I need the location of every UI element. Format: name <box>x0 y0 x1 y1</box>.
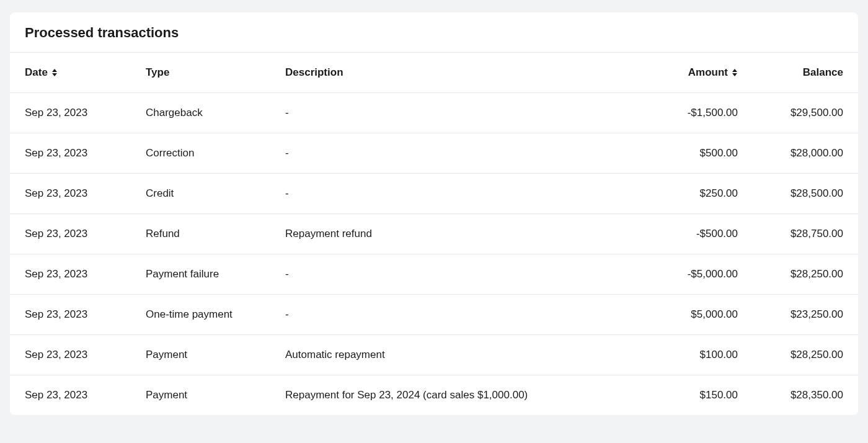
cell-type: Payment <box>131 375 270 416</box>
card-title: Processed transactions <box>25 25 843 41</box>
cell-amount: $250.00 <box>635 174 753 214</box>
cell-date: Sep 23, 2023 <box>10 93 131 133</box>
cell-balance: $28,750.00 <box>753 214 858 254</box>
cell-type: Correction <box>131 133 270 174</box>
cell-date: Sep 23, 2023 <box>10 335 131 375</box>
cell-date: Sep 23, 2023 <box>10 174 131 214</box>
cell-description: Repayment refund <box>270 214 635 254</box>
cell-amount: $150.00 <box>635 375 753 416</box>
table-row[interactable]: Sep 23, 2023One-time payment-$5,000.00$2… <box>10 295 858 335</box>
cell-balance: $23,250.00 <box>753 295 858 335</box>
cell-description: Repayment for Sep 23, 2024 (card sales $… <box>270 375 635 416</box>
table-row[interactable]: Sep 23, 2023Correction-$500.00$28,000.00 <box>10 133 858 174</box>
cell-date: Sep 23, 2023 <box>10 133 131 174</box>
cell-date: Sep 23, 2023 <box>10 214 131 254</box>
table-header-row: Date Type Description Amount <box>10 53 858 93</box>
cell-description: Automatic repayment <box>270 335 635 375</box>
cell-description: - <box>270 295 635 335</box>
cell-amount: $5,000.00 <box>635 295 753 335</box>
column-header-date-label: Date <box>25 66 48 79</box>
transactions-table: Date Type Description Amount <box>10 52 858 415</box>
cell-balance: $28,500.00 <box>753 174 858 214</box>
cell-description: - <box>270 254 635 295</box>
sort-icon <box>732 69 738 76</box>
cell-balance: $28,000.00 <box>753 133 858 174</box>
cell-date: Sep 23, 2023 <box>10 295 131 335</box>
table-body: Sep 23, 2023Chargeback--$1,500.00$29,500… <box>10 93 858 416</box>
table-row[interactable]: Sep 23, 2023RefundRepayment refund-$500.… <box>10 214 858 254</box>
cell-description: - <box>270 93 635 133</box>
column-header-type-label: Type <box>146 66 169 78</box>
cell-type: Payment failure <box>131 254 270 295</box>
cell-description: - <box>270 174 635 214</box>
cell-type: Chargeback <box>131 93 270 133</box>
column-header-amount[interactable]: Amount <box>635 53 753 93</box>
cell-amount: -$1,500.00 <box>635 93 753 133</box>
column-header-date[interactable]: Date <box>10 53 131 93</box>
table-row[interactable]: Sep 23, 2023Chargeback--$1,500.00$29,500… <box>10 93 858 133</box>
table-row[interactable]: Sep 23, 2023Payment failure--$5,000.00$2… <box>10 254 858 295</box>
cell-balance: $29,500.00 <box>753 93 858 133</box>
column-header-balance[interactable]: Balance <box>753 53 858 93</box>
cell-amount: -$500.00 <box>635 214 753 254</box>
cell-amount: -$5,000.00 <box>635 254 753 295</box>
sort-icon <box>51 69 58 76</box>
cell-balance: $28,250.00 <box>753 254 858 295</box>
card-header: Processed transactions <box>10 12 858 52</box>
cell-type: One-time payment <box>131 295 270 335</box>
table-row[interactable]: Sep 23, 2023Credit-$250.00$28,500.00 <box>10 174 858 214</box>
cell-type: Payment <box>131 335 270 375</box>
cell-type: Refund <box>131 214 270 254</box>
column-header-amount-label: Amount <box>688 66 728 79</box>
cell-date: Sep 23, 2023 <box>10 254 131 295</box>
table-row[interactable]: Sep 23, 2023PaymentAutomatic repayment$1… <box>10 335 858 375</box>
column-header-description[interactable]: Description <box>270 53 635 93</box>
cell-type: Credit <box>131 174 270 214</box>
table-row[interactable]: Sep 23, 2023PaymentRepayment for Sep 23,… <box>10 375 858 416</box>
cell-amount: $100.00 <box>635 335 753 375</box>
cell-amount: $500.00 <box>635 133 753 174</box>
cell-description: - <box>270 133 635 174</box>
cell-date: Sep 23, 2023 <box>10 375 131 416</box>
cell-balance: $28,250.00 <box>753 335 858 375</box>
column-header-description-label: Description <box>285 66 343 78</box>
cell-balance: $28,350.00 <box>753 375 858 416</box>
column-header-type[interactable]: Type <box>131 53 270 93</box>
transactions-card: Processed transactions Date Type <box>10 12 858 415</box>
column-header-balance-label: Balance <box>803 66 843 78</box>
